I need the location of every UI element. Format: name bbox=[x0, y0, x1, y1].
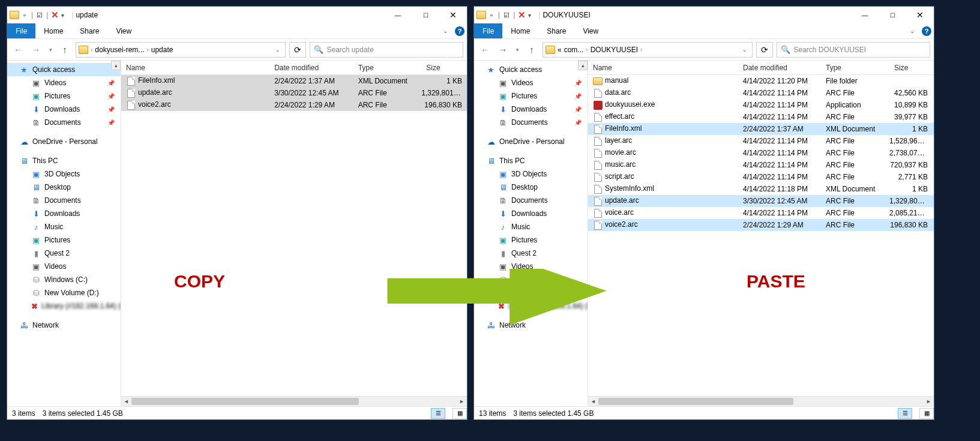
file-row[interactable]: FileInfo.xml2/24/2022 1:37 AMXML Documen… bbox=[121, 75, 467, 87]
nav-back-button[interactable]: ← bbox=[11, 43, 25, 57]
qat-checkbox-icon[interactable]: ☑ bbox=[502, 11, 511, 19]
nav-item[interactable]: ★Quick access bbox=[7, 63, 121, 76]
breadcrumb-sep-icon[interactable]: › bbox=[640, 46, 642, 53]
nav-item[interactable]: 🗎Documents bbox=[7, 194, 121, 207]
column-header-size[interactable]: Size bbox=[421, 61, 467, 74]
nav-item[interactable]: ▣Videos📌 bbox=[474, 76, 588, 89]
nav-item[interactable]: 🖥This PC bbox=[474, 154, 588, 167]
file-row[interactable]: layer.arc4/14/2022 11:14 PMARC File1,528… bbox=[588, 135, 934, 147]
refresh-button[interactable]: ⟳ bbox=[756, 42, 773, 58]
file-list[interactable]: FileInfo.xml2/24/2022 1:37 AMXML Documen… bbox=[121, 75, 467, 396]
ribbon-home-tab[interactable]: Home bbox=[502, 23, 538, 38]
nav-item[interactable]: 🗎Documents📌 bbox=[7, 116, 121, 129]
breadcrumb-item[interactable]: update bbox=[151, 46, 173, 54]
horizontal-scrollbar[interactable]: ◄ ► bbox=[121, 396, 467, 406]
nav-item[interactable]: ✖Library (//192.168.1.64) (W bbox=[7, 299, 121, 313]
nav-item[interactable]: ⬇Downloads bbox=[474, 207, 588, 220]
nav-item[interactable]: ✖Library (//192.168.1.64) (W bbox=[474, 299, 588, 313]
titlebar[interactable]: ▫ | ☑ | ✕ ▾ | update — ☐ ✕ bbox=[7, 7, 467, 23]
nav-item[interactable]: ♪Music bbox=[7, 220, 121, 233]
nav-item[interactable]: ▣Videos bbox=[7, 260, 121, 273]
horizontal-scrollbar[interactable]: ◄ ► bbox=[588, 396, 934, 406]
breadcrumb-sep-icon[interactable]: › bbox=[586, 46, 588, 53]
nav-item[interactable]: ☁OneDrive - Personal bbox=[7, 135, 121, 148]
column-header-name[interactable]: Name bbox=[588, 61, 738, 74]
ribbon-share-tab[interactable]: Share bbox=[538, 23, 574, 38]
ribbon-expand-icon[interactable]: ⌄ bbox=[905, 23, 919, 38]
breadcrumb-sep-icon[interactable]: › bbox=[91, 46, 92, 53]
nav-scroll-up-icon[interactable]: ▴ bbox=[111, 61, 121, 70]
nav-item[interactable]: ▣3D Objects bbox=[474, 167, 588, 181]
nav-item[interactable]: ▣Videos📌 bbox=[7, 76, 121, 89]
address-bar[interactable]: › dokyusei-rem... › update ⌄ bbox=[76, 42, 286, 58]
file-row[interactable]: manual4/14/2022 11:20 PMFile folder bbox=[588, 75, 934, 87]
nav-item[interactable]: 🗎Documents bbox=[474, 194, 588, 207]
column-headers[interactable]: NameDate modifiedTypeSize bbox=[588, 61, 934, 75]
help-button[interactable]: ? bbox=[452, 23, 467, 38]
close-button[interactable]: ✕ bbox=[439, 7, 467, 23]
nav-pane[interactable]: ▴★Quick access▣Videos📌▣Pictures📌⬇Downloa… bbox=[7, 61, 121, 406]
maximize-button[interactable]: ☐ bbox=[879, 7, 906, 23]
breadcrumb-item[interactable]: dokyusei-rem... bbox=[95, 46, 144, 54]
file-list[interactable]: manual4/14/2022 11:20 PMFile folderdata.… bbox=[588, 75, 934, 396]
ribbon-share-tab[interactable]: Share bbox=[71, 23, 107, 38]
qat-checkbox-icon[interactable]: ☑ bbox=[35, 11, 44, 19]
minimize-button[interactable]: — bbox=[851, 7, 879, 23]
nav-item[interactable]: ▮Quest 2 bbox=[474, 247, 588, 260]
file-row[interactable]: voice.arc4/14/2022 11:14 PMARC File2,085… bbox=[588, 207, 934, 219]
nav-item[interactable]: ▣Pictures📌 bbox=[7, 89, 121, 103]
ribbon-view-tab[interactable]: View bbox=[107, 23, 140, 38]
column-header-type[interactable]: Type bbox=[821, 61, 889, 74]
view-large-button[interactable]: ▦ bbox=[919, 408, 934, 419]
view-details-button[interactable]: ☰ bbox=[431, 408, 445, 419]
file-row[interactable]: voice2.arc2/24/2022 1:29 AMARC File196,8… bbox=[588, 219, 934, 231]
search-input[interactable]: 🔍 Search DOUKYUUSEI bbox=[777, 42, 931, 58]
qat-close-icon[interactable]: ✕ bbox=[517, 11, 526, 19]
file-row[interactable]: SystemInfo.xml4/14/2022 11:18 PMXML Docu… bbox=[588, 183, 934, 195]
nav-scroll-up-icon[interactable]: ▴ bbox=[578, 61, 588, 70]
column-headers[interactable]: NameDate modifiedTypeSize bbox=[121, 61, 467, 75]
scroll-right-icon[interactable]: ► bbox=[457, 397, 467, 406]
nav-item[interactable]: ⬇Downloads📌 bbox=[7, 103, 121, 116]
nav-back-button[interactable]: ← bbox=[478, 43, 492, 57]
qat-chevron-icon[interactable]: ▾ bbox=[528, 12, 531, 19]
nav-up-button[interactable]: ↑ bbox=[525, 43, 539, 57]
qat-properties-icon[interactable]: ▫ bbox=[487, 11, 496, 19]
close-button[interactable]: ✕ bbox=[906, 7, 934, 23]
search-input[interactable]: 🔍 Search update bbox=[310, 42, 464, 58]
ribbon-view-tab[interactable]: View bbox=[574, 23, 607, 38]
titlebar[interactable]: ▫ | ☑ | ✕ ▾ | DOUKYUUSEI — ☐ ✕ bbox=[474, 7, 934, 23]
nav-item[interactable]: ⬇Downloads📌 bbox=[474, 103, 588, 116]
column-header-type[interactable]: Type bbox=[353, 61, 422, 74]
nav-item[interactable]: ⛁New Volume (D:) bbox=[7, 286, 121, 299]
view-details-button[interactable]: ☰ bbox=[898, 408, 912, 419]
file-row[interactable]: data.arc4/14/2022 11:14 PMARC File42,560… bbox=[588, 87, 934, 99]
nav-item[interactable]: ⛁Windows (C:) bbox=[7, 273, 121, 286]
nav-item[interactable]: ⛁New Volume (D:) bbox=[474, 286, 588, 299]
nav-item[interactable]: ⬇Downloads bbox=[7, 207, 121, 220]
file-row[interactable]: update.arc3/30/2022 12:45 AMARC File1,32… bbox=[588, 195, 934, 207]
ribbon-file-tab[interactable]: File bbox=[7, 23, 35, 38]
nav-item[interactable]: ▣Pictures📌 bbox=[474, 89, 588, 103]
ribbon-expand-icon[interactable]: ⌄ bbox=[438, 23, 452, 38]
nav-item[interactable]: ★Quick access bbox=[474, 63, 588, 76]
view-large-button[interactable]: ▦ bbox=[452, 408, 467, 419]
nav-item[interactable]: 🖥Desktop bbox=[474, 181, 588, 194]
nav-item[interactable]: 🖥This PC bbox=[7, 154, 121, 167]
nav-item[interactable]: ▣3D Objects bbox=[7, 167, 121, 181]
column-header-size[interactable]: Size bbox=[889, 61, 933, 74]
column-header-date[interactable]: Date modified bbox=[738, 61, 821, 74]
ribbon-file-tab[interactable]: File bbox=[474, 23, 502, 38]
nav-item[interactable]: 🖥Desktop bbox=[7, 181, 121, 194]
qat-properties-icon[interactable]: ▫ bbox=[20, 11, 29, 19]
file-row[interactable]: doukyuusei.exe4/14/2022 11:14 PMApplicat… bbox=[588, 99, 934, 111]
file-row[interactable]: FileInfo.xml2/24/2022 1:37 AMXML Documen… bbox=[588, 123, 934, 135]
breadcrumb-sep-icon[interactable]: › bbox=[146, 46, 148, 53]
nav-item[interactable]: 🗎Documents📌 bbox=[474, 116, 588, 129]
breadcrumb-item[interactable]: « bbox=[558, 46, 562, 54]
breadcrumb-item[interactable]: com... bbox=[564, 46, 584, 54]
qat-close-icon[interactable]: ✕ bbox=[50, 11, 59, 19]
scroll-left-icon[interactable]: ◄ bbox=[588, 397, 598, 406]
refresh-button[interactable]: ⟳ bbox=[289, 42, 306, 58]
file-row[interactable]: movie.arc4/14/2022 11:14 PMARC File2,738… bbox=[588, 147, 934, 159]
